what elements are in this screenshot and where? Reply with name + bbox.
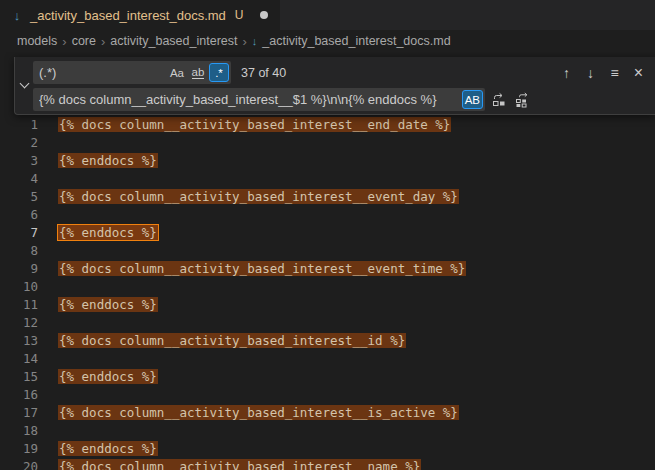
find-replace-widget: Aa ab .* 37 of 40 ↑ ↓ ≡ × AB <box>14 57 655 115</box>
line-number: 20 <box>0 458 38 470</box>
find-match: {% enddocs %} <box>58 153 158 168</box>
line-number: 9 <box>0 260 38 278</box>
match-count: 37 of 40 <box>241 66 286 80</box>
editor-pane[interactable]: Aa ab .* 37 of 40 ↑ ↓ ≡ × AB <box>0 52 655 470</box>
line-content: {% enddocs %} <box>58 440 158 458</box>
code-line[interactable]: 2 <box>0 134 655 152</box>
line-content: {% docs column__activity_based_interest_… <box>58 116 451 134</box>
replace-button[interactable] <box>488 89 509 110</box>
line-number: 17 <box>0 404 38 422</box>
find-match: {% docs column__activity_based_interest_… <box>58 405 459 420</box>
line-content: {% docs column__activity_based_interest_… <box>58 458 421 470</box>
line-content: {% docs column__activity_based_interest_… <box>58 332 406 350</box>
find-match: {% docs column__activity_based_interest_… <box>58 459 421 470</box>
code-line[interactable]: 16 <box>0 386 655 404</box>
find-input-wrap: Aa ab .* <box>33 61 231 84</box>
code-line[interactable]: 5{% docs column__activity_based_interest… <box>0 188 655 206</box>
line-content: {% enddocs %} <box>58 224 158 242</box>
replace-row: AB <box>33 88 649 111</box>
line-number: 14 <box>0 350 38 368</box>
current-find-match: {% enddocs %} <box>58 225 158 240</box>
line-number: 16 <box>0 386 38 404</box>
code-line[interactable]: 8 <box>0 242 655 260</box>
replace-all-icon <box>515 92 531 108</box>
breadcrumb-separator: › <box>101 34 105 49</box>
line-content: {% docs column__activity_based_interest_… <box>58 404 459 422</box>
find-match: {% enddocs %} <box>58 441 158 456</box>
code-line[interactable]: 3{% enddocs %} <box>0 152 655 170</box>
whole-word-label: ab <box>192 66 205 79</box>
line-number: 8 <box>0 242 38 260</box>
regex-button[interactable]: .* <box>209 63 229 82</box>
breadcrumb: models›core›activity_based_interest›↓_ac… <box>0 30 655 52</box>
line-number: 5 <box>0 188 38 206</box>
code-lines: 1{% docs column__activity_based_interest… <box>0 116 655 470</box>
breadcrumb-item[interactable]: activity_based_interest <box>110 34 237 48</box>
breadcrumb-item[interactable]: core <box>72 34 96 48</box>
code-line[interactable]: 12 <box>0 314 655 332</box>
find-match: {% enddocs %} <box>58 369 158 384</box>
line-number: 1 <box>0 116 38 134</box>
tab-bar: ↓ _activity_based_interest_docs.md U <box>0 0 655 30</box>
chevron-down-icon <box>19 79 29 89</box>
line-number: 13 <box>0 332 38 350</box>
line-content: {% enddocs %} <box>58 296 158 314</box>
line-number: 7 <box>0 224 38 242</box>
line-number: 10 <box>0 278 38 296</box>
find-input[interactable] <box>39 65 166 80</box>
markdown-file-icon: ↓ <box>10 8 24 23</box>
code-line[interactable]: 9{% docs column__activity_based_interest… <box>0 260 655 278</box>
line-number: 3 <box>0 152 38 170</box>
line-content: {% enddocs %} <box>58 368 158 386</box>
breadcrumb-separator: › <box>62 34 66 49</box>
line-number: 18 <box>0 422 38 440</box>
line-number: 12 <box>0 314 38 332</box>
code-line[interactable]: 14 <box>0 350 655 368</box>
code-line[interactable]: 4 <box>0 170 655 188</box>
git-status-badge: U <box>235 8 244 22</box>
whole-word-button[interactable]: ab <box>188 63 208 82</box>
replace-icon <box>491 92 507 108</box>
replace-all-button[interactable] <box>512 89 533 110</box>
markdown-file-icon: ↓ <box>252 35 258 47</box>
line-number: 19 <box>0 440 38 458</box>
code-line[interactable]: 7{% enddocs %} <box>0 224 655 242</box>
line-number: 15 <box>0 368 38 386</box>
replace-input-wrap: AB <box>33 88 485 111</box>
breadcrumb-item[interactable]: models <box>17 34 57 48</box>
find-match: {% docs column__activity_based_interest_… <box>58 189 459 204</box>
find-previous-button[interactable]: ↑ <box>556 62 577 83</box>
line-content: {% docs column__activity_based_interest_… <box>58 260 466 278</box>
tab-title: _activity_based_interest_docs.md <box>30 8 226 23</box>
find-match: {% docs column__activity_based_interest_… <box>58 333 406 348</box>
close-find-button[interactable]: × <box>628 62 649 83</box>
code-line[interactable]: 19{% enddocs %} <box>0 440 655 458</box>
line-number: 11 <box>0 296 38 314</box>
line-number: 6 <box>0 206 38 224</box>
unsaved-changes-dot[interactable] <box>260 11 268 19</box>
tab-activity-based-interest-docs[interactable]: ↓ _activity_based_interest_docs.md U <box>0 0 281 30</box>
find-in-selection-button[interactable]: ≡ <box>604 62 625 83</box>
code-line[interactable]: 6 <box>0 206 655 224</box>
find-row: Aa ab .* 37 of 40 ↑ ↓ ≡ × <box>33 61 649 84</box>
code-line[interactable]: 10 <box>0 278 655 296</box>
code-line[interactable]: 1{% docs column__activity_based_interest… <box>0 116 655 134</box>
code-line[interactable]: 11{% enddocs %} <box>0 296 655 314</box>
find-match: {% enddocs %} <box>58 297 158 312</box>
code-line[interactable]: 20{% docs column__activity_based_interes… <box>0 458 655 470</box>
preserve-case-button[interactable]: AB <box>462 90 483 109</box>
code-line[interactable]: 15{% enddocs %} <box>0 368 655 386</box>
replace-input[interactable] <box>39 92 461 107</box>
find-next-button[interactable]: ↓ <box>580 62 601 83</box>
line-content: {% docs column__activity_based_interest_… <box>58 188 459 206</box>
toggle-replace-button[interactable] <box>15 57 33 114</box>
match-case-button[interactable]: Aa <box>167 63 187 82</box>
code-line[interactable]: 13{% docs column__activity_based_interes… <box>0 332 655 350</box>
line-number: 4 <box>0 170 38 188</box>
line-content: {% enddocs %} <box>58 152 158 170</box>
code-line[interactable]: 17{% docs column__activity_based_interes… <box>0 404 655 422</box>
breadcrumb-item[interactable]: _activity_based_interest_docs.md <box>262 34 450 48</box>
code-line[interactable]: 18 <box>0 422 655 440</box>
vscode-window: ↓ _activity_based_interest_docs.md U mod… <box>0 0 655 470</box>
breadcrumb-separator: › <box>242 34 246 49</box>
